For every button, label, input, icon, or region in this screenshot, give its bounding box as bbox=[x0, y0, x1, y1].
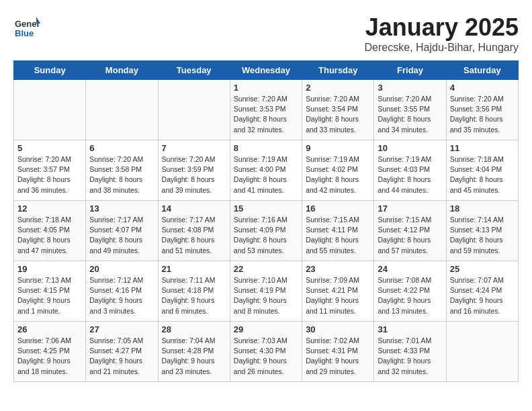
day-content: Sunrise: 7:20 AM Sunset: 3:56 PM Dayligh… bbox=[450, 94, 515, 135]
calendar-cell: 1Sunrise: 7:20 AM Sunset: 3:53 PM Daylig… bbox=[230, 80, 302, 140]
day-number: 20 bbox=[89, 264, 154, 274]
day-number: 6 bbox=[89, 143, 154, 153]
day-number: 5 bbox=[17, 143, 82, 153]
day-number: 25 bbox=[450, 264, 515, 274]
calendar-cell: 24Sunrise: 7:08 AM Sunset: 4:22 PM Dayli… bbox=[374, 261, 446, 322]
day-content: Sunrise: 7:12 AM Sunset: 4:16 PM Dayligh… bbox=[89, 275, 154, 316]
day-number: 17 bbox=[378, 203, 442, 214]
calendar-cell: 22Sunrise: 7:10 AM Sunset: 4:19 PM Dayli… bbox=[230, 261, 302, 322]
title-block: January 2025 Derecske, Hajdu-Bihar, Hung… bbox=[365, 13, 519, 54]
day-content: Sunrise: 7:17 AM Sunset: 4:07 PM Dayligh… bbox=[89, 215, 154, 256]
calendar-cell: 10Sunrise: 7:19 AM Sunset: 4:03 PM Dayli… bbox=[374, 140, 446, 201]
weekday-header: Wednesday bbox=[230, 61, 302, 80]
location-subtitle: Derecske, Hajdu-Bihar, Hungary bbox=[365, 42, 519, 54]
calendar-cell: 5Sunrise: 7:20 AM Sunset: 3:57 PM Daylig… bbox=[14, 140, 86, 201]
calendar-cell: 30Sunrise: 7:02 AM Sunset: 4:31 PM Dayli… bbox=[302, 322, 374, 382]
calendar-cell: 20Sunrise: 7:12 AM Sunset: 4:16 PM Dayli… bbox=[86, 261, 158, 322]
day-content: Sunrise: 7:03 AM Sunset: 4:30 PM Dayligh… bbox=[234, 336, 298, 377]
day-number: 30 bbox=[306, 324, 370, 334]
calendar-cell: 31Sunrise: 7:01 AM Sunset: 4:33 PM Dayli… bbox=[374, 322, 446, 382]
calendar-cell: 9Sunrise: 7:19 AM Sunset: 4:02 PM Daylig… bbox=[302, 140, 374, 201]
calendar-cell: 27Sunrise: 7:05 AM Sunset: 4:27 PM Dayli… bbox=[86, 322, 158, 382]
day-content: Sunrise: 7:19 AM Sunset: 4:00 PM Dayligh… bbox=[234, 154, 298, 195]
day-content: Sunrise: 7:15 AM Sunset: 4:11 PM Dayligh… bbox=[306, 215, 370, 256]
day-number: 18 bbox=[450, 203, 515, 214]
day-content: Sunrise: 7:13 AM Sunset: 4:15 PM Dayligh… bbox=[17, 275, 82, 316]
calendar-cell: 4Sunrise: 7:20 AM Sunset: 3:56 PM Daylig… bbox=[446, 80, 518, 140]
day-content: Sunrise: 7:19 AM Sunset: 4:02 PM Dayligh… bbox=[306, 154, 370, 195]
calendar-cell: 6Sunrise: 7:20 AM Sunset: 3:58 PM Daylig… bbox=[86, 140, 158, 201]
day-number: 7 bbox=[162, 143, 226, 153]
day-content: Sunrise: 7:06 AM Sunset: 4:25 PM Dayligh… bbox=[17, 336, 82, 377]
day-content: Sunrise: 7:10 AM Sunset: 4:19 PM Dayligh… bbox=[234, 275, 298, 316]
day-number: 13 bbox=[89, 203, 154, 214]
weekday-header: Thursday bbox=[302, 61, 374, 80]
calendar-cell: 16Sunrise: 7:15 AM Sunset: 4:11 PM Dayli… bbox=[302, 201, 374, 261]
day-number: 28 bbox=[162, 324, 226, 334]
day-number: 9 bbox=[306, 143, 370, 153]
weekday-header: Monday bbox=[86, 61, 158, 80]
day-content: Sunrise: 7:20 AM Sunset: 3:59 PM Dayligh… bbox=[162, 154, 226, 195]
day-number: 8 bbox=[234, 143, 298, 153]
calendar-cell: 26Sunrise: 7:06 AM Sunset: 4:25 PM Dayli… bbox=[14, 322, 86, 382]
day-number: 1 bbox=[234, 83, 298, 93]
day-content: Sunrise: 7:18 AM Sunset: 4:04 PM Dayligh… bbox=[450, 154, 515, 195]
month-title: January 2025 bbox=[365, 13, 519, 42]
day-content: Sunrise: 7:05 AM Sunset: 4:27 PM Dayligh… bbox=[89, 336, 154, 377]
weekday-header: Sunday bbox=[14, 61, 86, 80]
calendar-cell: 15Sunrise: 7:16 AM Sunset: 4:09 PM Dayli… bbox=[230, 201, 302, 261]
day-content: Sunrise: 7:01 AM Sunset: 4:33 PM Dayligh… bbox=[378, 336, 442, 377]
calendar-cell: 11Sunrise: 7:18 AM Sunset: 4:04 PM Dayli… bbox=[446, 140, 518, 201]
day-content: Sunrise: 7:20 AM Sunset: 3:53 PM Dayligh… bbox=[234, 94, 298, 135]
day-number: 14 bbox=[162, 203, 226, 214]
calendar-cell: 8Sunrise: 7:19 AM Sunset: 4:00 PM Daylig… bbox=[230, 140, 302, 201]
calendar-cell bbox=[158, 80, 230, 140]
calendar-week-row: 26Sunrise: 7:06 AM Sunset: 4:25 PM Dayli… bbox=[14, 322, 519, 382]
calendar-cell: 12Sunrise: 7:18 AM Sunset: 4:05 PM Dayli… bbox=[14, 201, 86, 261]
calendar-cell: 13Sunrise: 7:17 AM Sunset: 4:07 PM Dayli… bbox=[86, 201, 158, 261]
logo: General Blue bbox=[13, 13, 43, 40]
day-content: Sunrise: 7:08 AM Sunset: 4:22 PM Dayligh… bbox=[378, 275, 442, 316]
calendar-cell bbox=[86, 80, 158, 140]
calendar-cell: 14Sunrise: 7:17 AM Sunset: 4:08 PM Dayli… bbox=[158, 201, 230, 261]
day-number: 3 bbox=[378, 83, 442, 93]
calendar-cell: 28Sunrise: 7:04 AM Sunset: 4:28 PM Dayli… bbox=[158, 322, 230, 382]
day-number: 26 bbox=[17, 324, 82, 334]
calendar-header-row: SundayMondayTuesdayWednesdayThursdayFrid… bbox=[14, 61, 519, 80]
calendar-cell: 25Sunrise: 7:07 AM Sunset: 4:24 PM Dayli… bbox=[446, 261, 518, 322]
day-content: Sunrise: 7:20 AM Sunset: 3:57 PM Dayligh… bbox=[17, 154, 82, 195]
calendar-week-row: 5Sunrise: 7:20 AM Sunset: 3:57 PM Daylig… bbox=[14, 140, 519, 201]
calendar-cell: 29Sunrise: 7:03 AM Sunset: 4:30 PM Dayli… bbox=[230, 322, 302, 382]
day-number: 31 bbox=[378, 324, 442, 334]
weekday-header: Friday bbox=[374, 61, 446, 80]
day-content: Sunrise: 7:19 AM Sunset: 4:03 PM Dayligh… bbox=[378, 154, 442, 195]
day-content: Sunrise: 7:15 AM Sunset: 4:12 PM Dayligh… bbox=[378, 215, 442, 256]
calendar-cell: 19Sunrise: 7:13 AM Sunset: 4:15 PM Dayli… bbox=[14, 261, 86, 322]
day-number: 15 bbox=[234, 203, 298, 214]
calendar-week-row: 12Sunrise: 7:18 AM Sunset: 4:05 PM Dayli… bbox=[14, 201, 519, 261]
calendar-week-row: 1Sunrise: 7:20 AM Sunset: 3:53 PM Daylig… bbox=[14, 80, 519, 140]
day-content: Sunrise: 7:18 AM Sunset: 4:05 PM Dayligh… bbox=[17, 215, 82, 256]
calendar-cell: 2Sunrise: 7:20 AM Sunset: 3:54 PM Daylig… bbox=[302, 80, 374, 140]
calendar-cell bbox=[14, 80, 86, 140]
day-number: 29 bbox=[234, 324, 298, 334]
calendar-cell: 18Sunrise: 7:14 AM Sunset: 4:13 PM Dayli… bbox=[446, 201, 518, 261]
day-number: 2 bbox=[306, 83, 370, 93]
day-number: 24 bbox=[378, 264, 442, 274]
calendar-cell: 7Sunrise: 7:20 AM Sunset: 3:59 PM Daylig… bbox=[158, 140, 230, 201]
weekday-header: Tuesday bbox=[158, 61, 230, 80]
weekday-header: Saturday bbox=[446, 61, 518, 80]
day-number: 27 bbox=[89, 324, 154, 334]
calendar-cell: 3Sunrise: 7:20 AM Sunset: 3:55 PM Daylig… bbox=[374, 80, 446, 140]
day-content: Sunrise: 7:04 AM Sunset: 4:28 PM Dayligh… bbox=[162, 336, 226, 377]
day-number: 22 bbox=[234, 264, 298, 274]
calendar-cell: 23Sunrise: 7:09 AM Sunset: 4:21 PM Dayli… bbox=[302, 261, 374, 322]
day-content: Sunrise: 7:20 AM Sunset: 3:55 PM Dayligh… bbox=[378, 94, 442, 135]
day-content: Sunrise: 7:02 AM Sunset: 4:31 PM Dayligh… bbox=[306, 336, 370, 377]
day-content: Sunrise: 7:09 AM Sunset: 4:21 PM Dayligh… bbox=[306, 275, 370, 316]
day-content: Sunrise: 7:07 AM Sunset: 4:24 PM Dayligh… bbox=[450, 275, 515, 316]
day-content: Sunrise: 7:20 AM Sunset: 3:58 PM Dayligh… bbox=[89, 154, 154, 195]
calendar-table: SundayMondayTuesdayWednesdayThursdayFrid… bbox=[13, 60, 519, 382]
day-number: 12 bbox=[17, 203, 82, 214]
svg-text:Blue: Blue bbox=[15, 28, 34, 38]
